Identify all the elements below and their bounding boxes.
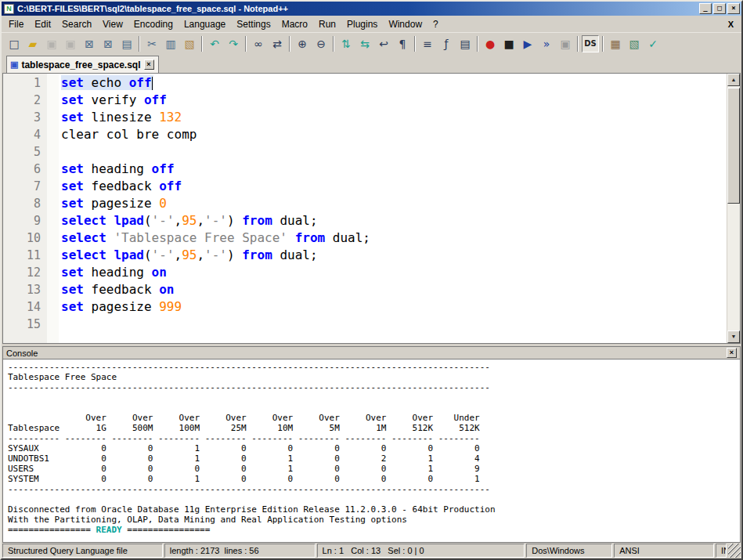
line-number: 7 — [3, 178, 41, 195]
cut-icon[interactable]: ✂ — [143, 35, 161, 52]
tab-tablespace-free-space[interactable]: ▣ tablespace_free_space.sql × — [6, 56, 159, 73]
editor-vertical-scrollbar[interactable]: ▲ ▼ — [727, 74, 740, 343]
menu-macro[interactable]: Macro — [276, 17, 313, 31]
scroll-down-arrow-icon[interactable]: ▼ — [727, 331, 740, 343]
code-line-1[interactable]: set echo off — [61, 74, 740, 92]
find-icon[interactable]: ∞ — [250, 35, 267, 52]
scrollbar-thumb[interactable] — [727, 88, 740, 204]
new-file-icon[interactable]: □ — [5, 35, 23, 52]
editor[interactable]: 123456789101112131415 set echo offset ve… — [2, 73, 741, 344]
redo-icon[interactable]: ↷ — [225, 35, 242, 52]
code-line-15[interactable] — [61, 316, 740, 333]
menu-edit[interactable]: Edit — [29, 17, 56, 31]
menu-language[interactable]: Language — [179, 17, 231, 31]
code-line-14[interactable]: set pagesize 999 — [61, 298, 740, 316]
line-number: 1 — [3, 74, 41, 92]
close-all-icon[interactable]: ⊠ — [99, 35, 117, 52]
menu-help[interactable]: ? — [427, 17, 444, 31]
menu-bar: FileEditSearchViewEncodingLanguageSettin… — [2, 16, 741, 32]
menu-file[interactable]: File — [3, 17, 29, 31]
console-close-icon[interactable]: × — [727, 348, 737, 358]
code-line-8[interactable]: set pagesize 0 — [61, 195, 740, 212]
console-line: Over Over Over Over Over Over Over Over … — [8, 413, 735, 423]
console-title-bar[interactable]: Console × — [2, 346, 741, 359]
stop-record-icon[interactable]: ■ — [500, 35, 518, 52]
save-icon[interactable]: ▣ — [43, 35, 60, 52]
console-line — [8, 392, 735, 403]
save-all-icon[interactable]: ▣ — [62, 35, 79, 52]
plugin-icon-1[interactable]: ▦ — [607, 35, 624, 52]
undo-icon[interactable]: ↶ — [206, 35, 223, 52]
code-line-5[interactable] — [61, 143, 740, 161]
replace-icon[interactable]: ⇄ — [269, 35, 286, 52]
show-all-chars-icon[interactable]: ¶ — [394, 35, 411, 52]
menu-doc-close-button[interactable]: X — [722, 20, 740, 29]
ds-toggle-button[interactable]: DS — [582, 35, 599, 52]
line-number: 13 — [3, 281, 41, 298]
close-file-icon[interactable]: ⊠ — [81, 35, 98, 52]
save-macro-icon[interactable]: ▣ — [557, 35, 574, 52]
spell-check-icon[interactable]: ✓ — [644, 35, 662, 52]
code-area[interactable]: set echo offset verify offset linesize 1… — [59, 74, 740, 343]
menu-encoding[interactable]: Encoding — [128, 17, 179, 31]
code-line-6[interactable]: set heading off — [61, 161, 740, 178]
menu-window[interactable]: Window — [383, 17, 427, 31]
line-number: 3 — [3, 109, 41, 126]
word-wrap-icon[interactable]: ↩ — [375, 35, 392, 52]
zoom-in-icon[interactable]: ⊕ — [294, 35, 311, 52]
console-line: Disconnected from Oracle Database 11g En… — [8, 504, 735, 515]
menu-view[interactable]: View — [97, 17, 128, 31]
console-output[interactable]: ----------------------------------------… — [2, 359, 741, 543]
copy-icon[interactable]: ▥ — [162, 35, 179, 52]
code-line-4[interactable]: clear col bre comp — [61, 126, 740, 143]
minimize-button[interactable]: _ — [699, 3, 712, 14]
console-line: ================ READY ================ — [8, 525, 735, 535]
function-list-icon[interactable]: ƒ — [438, 35, 455, 52]
menu-settings[interactable]: Settings — [231, 17, 276, 31]
line-number: 11 — [3, 247, 41, 264]
code-line-7[interactable]: set feedback off — [61, 178, 740, 195]
code-line-13[interactable]: set feedback on — [61, 281, 740, 298]
code-line-2[interactable]: set verify off — [61, 92, 740, 109]
menu-run[interactable]: Run — [313, 17, 341, 31]
line-number: 9 — [3, 212, 41, 229]
line-number: 2 — [3, 92, 41, 109]
tab-close-icon[interactable]: × — [144, 60, 154, 70]
line-number: 14 — [3, 298, 41, 316]
toolbar-separator — [577, 36, 579, 52]
maximize-button[interactable]: □ — [713, 3, 726, 14]
record-macro-icon[interactable]: ● — [482, 35, 499, 52]
code-line-11[interactable]: select lpad('-',95,'-') from dual; — [61, 247, 740, 264]
doc-map-icon[interactable]: ▤ — [456, 35, 474, 52]
indent-guide-icon[interactable]: ≡ — [419, 35, 436, 52]
plugin-icon-2[interactable]: ▧ — [626, 35, 643, 52]
window-title: C:\BERT-FILES\BERT\sql2\tablespace_free_… — [17, 4, 696, 13]
open-folder-icon[interactable]: ▰ — [24, 35, 41, 52]
run-macro-multi-icon[interactable]: » — [538, 35, 555, 52]
scroll-up-arrow-icon[interactable]: ▲ — [727, 74, 740, 86]
status-encoding: ANSI — [614, 544, 714, 558]
console-line — [8, 403, 735, 413]
menu-plugins[interactable]: Plugins — [341, 17, 383, 31]
menu-search[interactable]: Search — [56, 17, 97, 31]
toolbar-separator — [333, 36, 334, 52]
status-cursor-position: Ln : 1 Col : 13 Sel : 0 | 0 — [317, 544, 525, 558]
console-title: Console — [6, 349, 38, 358]
print-icon[interactable]: ▤ — [118, 35, 135, 52]
code-line-10[interactable]: select 'Tablespace Free Space' from dual… — [61, 229, 740, 247]
code-line-9[interactable]: select lpad('-',95,'-') from dual; — [61, 212, 740, 229]
sync-scroll-h-icon[interactable]: ⇆ — [356, 35, 373, 52]
code-line-12[interactable]: set heading on — [61, 264, 740, 281]
line-number: 12 — [3, 264, 41, 281]
zoom-out-icon[interactable]: ⊖ — [312, 35, 330, 52]
saved-doc-icon: ▣ — [10, 60, 18, 70]
code-line-3[interactable]: set linesize 132 — [61, 109, 740, 126]
line-number: 6 — [3, 161, 41, 178]
notepadpp-window: N C:\BERT-FILES\BERT\sql2\tablespace_fre… — [0, 0, 743, 560]
play-macro-icon[interactable]: ▶ — [519, 35, 536, 52]
resize-grip[interactable] — [728, 544, 741, 558]
sync-scroll-v-icon[interactable]: ⇅ — [337, 35, 355, 52]
close-button[interactable]: × — [727, 3, 740, 14]
paste-icon[interactable]: ▧ — [181, 35, 198, 52]
title-bar[interactable]: N C:\BERT-FILES\BERT\sql2\tablespace_fre… — [2, 2, 741, 16]
